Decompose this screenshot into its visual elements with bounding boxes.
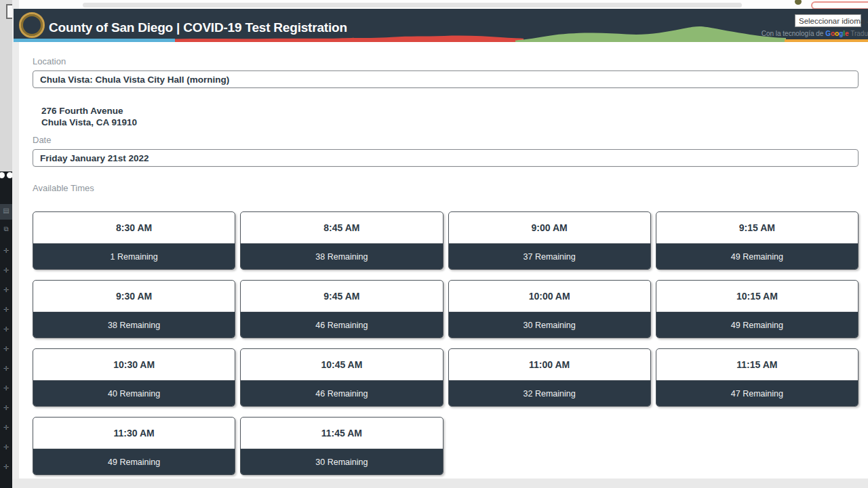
rail-dot-icon xyxy=(0,172,5,178)
time-slot-card[interactable]: 9:45 AM 46 Remaining xyxy=(240,280,443,338)
move-icon: ✛ xyxy=(0,346,12,352)
notes-icon: ▤ xyxy=(0,207,12,214)
move-icon: ✛ xyxy=(0,365,12,372)
time-slot-time: 11:45 AM xyxy=(241,418,442,449)
site-address: 276 Fourth Avenue Chula Vista, CA 91910 xyxy=(41,105,859,128)
time-slot-remaining: 46 Remaining xyxy=(241,381,442,406)
rail-toolbar: ▤⧉✛✛✛✛✛✛✛✛✛✛✛✛ xyxy=(0,171,12,488)
time-slot-remaining: 47 Remaining xyxy=(656,381,858,406)
registration-panel: Location Chula Vista: Chula Vista City H… xyxy=(19,42,868,479)
move-icon: ✛ xyxy=(0,247,12,254)
address-line-2: Chula Vista, CA 91910 xyxy=(41,117,859,128)
time-slot-remaining: 46 Remaining xyxy=(241,312,442,338)
app-header: County of San Diego | COVID-19 Test Regi… xyxy=(14,9,868,42)
rail-top-area xyxy=(0,0,12,171)
header-skyline-ribbon xyxy=(14,26,868,42)
time-slot-remaining: 30 Remaining xyxy=(449,312,650,338)
time-slot-remaining: 32 Remaining xyxy=(449,381,650,406)
window-gutter xyxy=(12,0,19,488)
time-slot-card[interactable]: 11:45 AM 30 Remaining xyxy=(240,417,443,475)
browser-action-pill-fragment xyxy=(811,1,868,9)
time-slot-time: 10:30 AM xyxy=(33,349,235,381)
date-select[interactable]: Friday January 21st 2022 xyxy=(33,149,859,167)
time-slot-card[interactable]: 11:00 AM 32 Remaining xyxy=(448,348,651,407)
time-slot-card[interactable]: 9:30 AM 38 Remaining xyxy=(33,280,235,338)
location-label: Location xyxy=(33,56,859,66)
date-label: Date xyxy=(33,135,859,145)
browser-avatar-fragment xyxy=(795,0,802,5)
move-icon: ✛ xyxy=(0,326,12,333)
browser-chrome-strip xyxy=(0,0,868,9)
time-slot-time: 11:00 AM xyxy=(449,349,650,381)
time-slot-card[interactable]: 10:45 AM 46 Remaining xyxy=(240,348,443,407)
time-slot-card[interactable]: 10:30 AM 40 Remaining xyxy=(33,348,235,407)
time-slot-time: 11:30 AM xyxy=(33,418,235,449)
time-slot-remaining: 49 Remaining xyxy=(656,244,858,269)
time-slot-time: 8:45 AM xyxy=(241,212,442,244)
time-slot-remaining: 49 Remaining xyxy=(656,312,858,338)
location-select[interactable]: Chula Vista: Chula Vista City Hall (morn… xyxy=(33,70,859,88)
time-slot-remaining: 38 Remaining xyxy=(33,312,235,338)
rail-dot-icon xyxy=(7,172,12,178)
move-icon: ✛ xyxy=(0,444,12,451)
time-slot-card[interactable]: 8:45 AM 38 Remaining xyxy=(240,211,443,270)
bottom-edge-strip xyxy=(12,479,868,488)
move-icon: ✛ xyxy=(0,424,12,431)
address-line-1: 276 Fourth Avenue xyxy=(41,105,859,117)
time-slot-remaining: 30 Remaining xyxy=(241,449,442,474)
time-slot-time: 9:45 AM xyxy=(241,281,442,312)
time-slot-card[interactable]: 10:15 AM 49 Remaining xyxy=(656,280,859,338)
available-times-label: Available Times xyxy=(33,183,859,193)
move-icon: ✛ xyxy=(0,464,12,470)
time-slot-remaining: 38 Remaining xyxy=(241,244,442,269)
time-slot-card[interactable]: 9:15 AM 49 Remaining xyxy=(656,211,859,270)
move-icon: ✛ xyxy=(0,306,12,313)
time-slot-time: 9:15 AM xyxy=(656,212,858,244)
language-select-value: Seleccionar idioma xyxy=(799,17,865,25)
browser-toolbar-fragment xyxy=(83,3,742,7)
time-slot-remaining: 40 Remaining xyxy=(33,381,235,406)
time-slot-time: 8:30 AM xyxy=(33,212,235,244)
time-slot-time: 10:15 AM xyxy=(656,281,858,312)
time-slot-remaining: 49 Remaining xyxy=(33,449,235,474)
time-slot-grid: 8:30 AM 1 Remaining 8:45 AM 38 Remaining… xyxy=(33,211,859,475)
time-slot-card[interactable]: 10:00 AM 30 Remaining xyxy=(448,280,651,338)
time-slot-card[interactable]: 9:00 AM 37 Remaining xyxy=(448,211,651,270)
move-icon: ✛ xyxy=(0,287,12,293)
screen: ▤⧉✛✛✛✛✛✛✛✛✛✛✛✛ County of San Diego | COV… xyxy=(0,0,868,488)
time-slot-card[interactable]: 11:30 AM 49 Remaining xyxy=(33,417,235,475)
time-slot-remaining: 37 Remaining xyxy=(449,244,650,269)
move-icon: ✛ xyxy=(0,385,12,392)
background-window-rail: ▤⧉✛✛✛✛✛✛✛✛✛✛✛✛ xyxy=(0,0,12,488)
clipboard-icon: ⧉ xyxy=(0,226,12,232)
chevron-down-icon: ⌄ xyxy=(865,17,868,24)
time-slot-card[interactable]: 8:30 AM 1 Remaining xyxy=(33,211,235,270)
time-slot-remaining: 1 Remaining xyxy=(33,244,235,269)
time-slot-time: 11:15 AM xyxy=(656,349,858,381)
move-icon: ✛ xyxy=(0,267,12,274)
move-icon: ✛ xyxy=(0,405,12,411)
time-slot-card[interactable]: 11:15 AM 47 Remaining xyxy=(656,348,859,407)
time-slot-time: 10:00 AM xyxy=(449,281,650,312)
time-slot-time: 10:45 AM xyxy=(241,349,442,381)
time-slot-time: 9:00 AM xyxy=(449,212,650,244)
time-slot-time: 9:30 AM xyxy=(33,281,235,312)
rail-panel-fragment xyxy=(6,4,12,19)
